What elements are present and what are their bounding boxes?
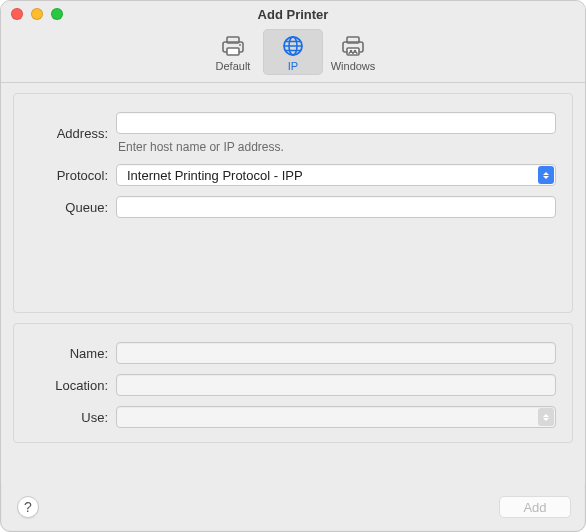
connection-panel: Address: Enter host name or IP address. …: [13, 93, 573, 313]
printer-people-icon: [340, 33, 366, 59]
updown-icon: [538, 408, 554, 426]
location-label: Location:: [30, 378, 108, 393]
add-button: Add: [499, 496, 571, 518]
tab-default[interactable]: Default: [203, 29, 263, 75]
updown-icon: [538, 166, 554, 184]
tab-ip-label: IP: [288, 60, 298, 72]
toolbar-segment: Default IP: [203, 29, 383, 75]
window-controls: [11, 8, 63, 20]
add-button-label: Add: [523, 500, 546, 515]
details-panel: Name: Location: Use:: [13, 323, 573, 443]
name-input: [116, 342, 556, 364]
protocol-value: Internet Printing Protocol - IPP: [123, 168, 303, 183]
window-title: Add Printer: [1, 7, 585, 22]
name-label: Name:: [30, 346, 108, 361]
svg-point-3: [239, 44, 241, 46]
footer: ? Add: [1, 483, 585, 531]
address-input[interactable]: [116, 112, 556, 134]
tab-windows[interactable]: Windows: [323, 29, 383, 75]
help-button[interactable]: ?: [17, 496, 39, 518]
queue-input[interactable]: [116, 196, 556, 218]
content-area: Address: Enter host name or IP address. …: [1, 83, 585, 483]
tab-ip[interactable]: IP: [263, 29, 323, 75]
titlebar: Add Printer: [1, 1, 585, 27]
add-printer-window: Add Printer Default: [0, 0, 586, 532]
location-input: [116, 374, 556, 396]
help-icon: ?: [24, 499, 32, 515]
close-icon[interactable]: [11, 8, 23, 20]
printer-icon: [220, 33, 246, 59]
protocol-label: Protocol:: [30, 168, 108, 183]
toolbar: Default IP: [1, 27, 585, 83]
use-label: Use:: [30, 410, 108, 425]
use-select: [116, 406, 556, 428]
queue-label: Queue:: [30, 200, 108, 215]
protocol-select[interactable]: Internet Printing Protocol - IPP: [116, 164, 556, 186]
svg-rect-2: [227, 48, 239, 55]
zoom-icon[interactable]: [51, 8, 63, 20]
globe-icon: [280, 33, 306, 59]
tab-default-label: Default: [216, 60, 251, 72]
minimize-icon[interactable]: [31, 8, 43, 20]
address-label: Address:: [30, 126, 108, 141]
tab-windows-label: Windows: [331, 60, 376, 72]
address-hint: Enter host name or IP address.: [118, 140, 556, 154]
